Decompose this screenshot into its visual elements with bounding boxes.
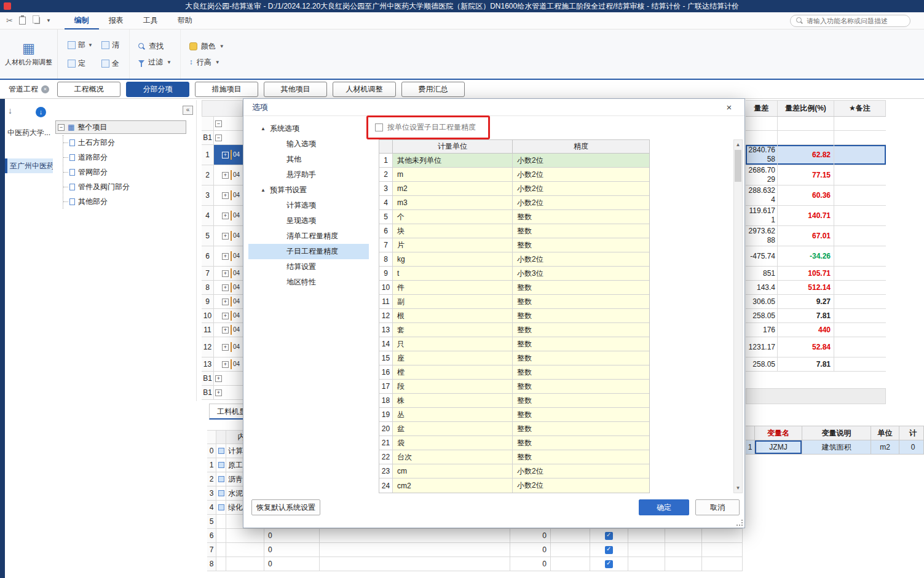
var-desc-cell[interactable]: 建筑面积 (802, 440, 871, 454)
precision-cell[interactable]: 整数 (513, 210, 649, 224)
locate-icon[interactable]: ↓ (36, 107, 46, 117)
table-row[interactable]: 176440 (746, 323, 886, 337)
expand-icon[interactable]: + (222, 270, 229, 277)
precision-cell[interactable]: 小数2位 (513, 154, 649, 167)
scroll-up-icon[interactable]: ▲ (734, 140, 742, 149)
restore-defaults-button[interactable]: 恢复默认系统设置 (251, 499, 320, 515)
table-row[interactable]: -475.74-34.26 (746, 246, 886, 267)
grid-row-header[interactable]: 13+04 (202, 357, 243, 372)
expand-icon[interactable]: + (222, 152, 229, 158)
collapse-icon[interactable]: − (215, 120, 222, 127)
document-tab[interactable]: 管道工程 × (5, 80, 53, 98)
period-adjust-button[interactable]: ▦ 人材机分期调整 (0, 29, 58, 79)
material-row[interactable]: 700 (207, 543, 743, 557)
search-box[interactable] (790, 15, 910, 27)
checkbox-icon[interactable] (605, 546, 613, 554)
precision-cell[interactable]: 整数 (513, 422, 649, 435)
unit-precision-row[interactable]: 2m小数2位 (379, 168, 649, 182)
menu-item[interactable]: 报表 (99, 12, 133, 29)
precision-cell[interactable]: 整数 (513, 380, 649, 393)
color-button[interactable]: 颜色 ▼ (189, 41, 224, 52)
resize-grip[interactable] (736, 520, 743, 526)
grid-row-header[interactable]: − (202, 117, 243, 131)
unit-precision-checkbox-row[interactable]: 按单位设置子目工程量精度 (375, 122, 476, 133)
precision-cell[interactable]: 整数 (513, 351, 649, 365)
table-row[interactable]: 1231.1752.84 (746, 337, 886, 357)
cancel-button[interactable]: 取消 (695, 499, 740, 515)
checkbox-icon[interactable] (605, 532, 613, 540)
scrollbar-thumb[interactable] (735, 150, 741, 182)
unit-precision-row[interactable]: 24cm2小数2位 (379, 478, 649, 493)
precision-cell[interactable]: 小数2位 (513, 168, 649, 181)
unit-precision-row[interactable]: 23cm小数2位 (379, 464, 649, 478)
unit-precision-row[interactable]: 14只整数 (379, 337, 649, 351)
var-name-cell[interactable]: JZMJ (755, 440, 802, 454)
dialog-nav-item[interactable]: 子目工程量精度 (248, 244, 369, 259)
precision-cell[interactable]: 小数2位 (513, 478, 649, 493)
expand-icon[interactable]: + (222, 213, 229, 219)
vertical-scrollbar[interactable]: ▲ ▼ (733, 139, 743, 493)
expand-icon[interactable]: + (222, 192, 229, 199)
table-row[interactable]: 1 JZMJ 建筑面积 m2 0 (746, 440, 924, 455)
unit-precision-row[interactable]: 22台次整数 (379, 450, 649, 464)
precision-cell[interactable]: 整数 (513, 238, 649, 252)
grid-row-header[interactable]: 10+04 (202, 309, 243, 323)
tree-item[interactable]: 土石方部分 (63, 135, 130, 150)
project-item[interactable]: 至广州中医药... (5, 158, 53, 173)
unit-precision-row[interactable]: 16樘整数 (379, 365, 649, 380)
unit-precision-row[interactable]: 1其他未列单位小数2位 (379, 154, 649, 168)
unit-precision-row[interactable]: 13套整数 (379, 323, 649, 337)
collapse-icon[interactable]: − (215, 135, 222, 141)
download-arrow-icon[interactable]: ↓ (8, 106, 12, 115)
precision-cell[interactable]: 整数 (513, 337, 649, 351)
unit-precision-row[interactable]: 4m3小数2位 (379, 196, 649, 210)
horizontal-splitter[interactable] (746, 388, 886, 404)
expand-icon[interactable]: + (222, 233, 229, 240)
dialog-nav-item[interactable]: 其他 (248, 152, 369, 167)
unit-precision-row[interactable]: 12根整数 (379, 309, 649, 323)
expand-icon[interactable]: + (215, 375, 222, 382)
expand-icon[interactable]: + (222, 361, 229, 368)
unit-precision-row[interactable]: 15座整数 (379, 351, 649, 365)
grid-row-header[interactable]: 4+04 (202, 206, 243, 226)
table-row[interactable]: 2840.765862.82 (746, 145, 886, 165)
grid-row-header[interactable]: 9+04 (202, 295, 243, 309)
material-row[interactable]: 800 (207, 557, 743, 571)
unit-precision-row[interactable]: 5个整数 (379, 210, 649, 224)
tree-item[interactable]: 道路部分 (63, 150, 130, 165)
expand-icon[interactable]: + (222, 299, 229, 305)
grid-row-header[interactable]: 7+04 (202, 267, 243, 281)
dialog-nav-item[interactable]: 悬浮助手 (248, 167, 369, 182)
scroll-down-icon[interactable]: ▼ (734, 483, 742, 493)
precision-cell[interactable]: 小数2位 (513, 182, 649, 195)
dialog-nav-item[interactable]: 计算选项 (248, 198, 369, 213)
var-value-cell[interactable]: 0 (899, 440, 924, 454)
expand-icon[interactable]: + (222, 253, 229, 260)
precision-cell[interactable]: 整数 (513, 365, 649, 379)
table-row[interactable]: 119.6171140.71 (746, 206, 886, 226)
expand-icon[interactable]: + (222, 172, 229, 179)
precision-cell[interactable]: 小数2位 (513, 252, 649, 266)
collapse-icon[interactable]: − (58, 124, 65, 131)
expand-icon[interactable]: + (222, 284, 229, 291)
checkbox-icon[interactable] (375, 123, 383, 131)
filter-button[interactable]: 过滤 ▼ (138, 57, 172, 68)
grid-row-header[interactable]: 2+04 (202, 165, 243, 186)
precision-cell[interactable]: 整数 (513, 394, 649, 407)
grid-row-header[interactable]: B1+ (202, 372, 243, 386)
unit-precision-row[interactable]: 9t小数3位 (379, 267, 649, 281)
precision-cell[interactable]: 整数 (513, 436, 649, 450)
dialog-nav-item[interactable]: 呈现选项 (248, 213, 369, 228)
menu-item[interactable]: 帮助 (168, 12, 202, 29)
unit-precision-row[interactable]: 21袋整数 (379, 436, 649, 450)
expand-icon[interactable]: + (222, 313, 229, 319)
precision-cell[interactable]: 整数 (513, 450, 649, 464)
close-tab-icon[interactable]: × (41, 85, 49, 93)
toolbar-button[interactable]: 定 (65, 58, 95, 69)
close-icon[interactable]: × (722, 102, 736, 112)
unit-precision-row[interactable]: 7片整数 (379, 238, 649, 252)
table-row[interactable] (746, 131, 886, 145)
tree-item[interactable]: 其他部分 (63, 194, 130, 209)
view-tab[interactable]: 措施项目 (195, 82, 258, 97)
search-input[interactable] (807, 17, 904, 25)
